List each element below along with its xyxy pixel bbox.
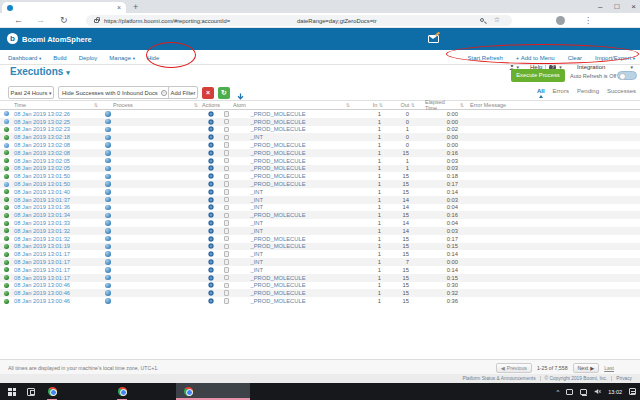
atom-link[interactable]: _PROD_MOLECULE: [251, 142, 306, 148]
process-icon[interactable]: [105, 236, 111, 242]
execution-time-link[interactable]: 08 Jan 2019 13:01:40: [14, 189, 70, 195]
atom-link[interactable]: _INT: [251, 204, 264, 210]
execution-time-link[interactable]: 08 Jan 2019 13:01:34: [14, 212, 70, 218]
column-time[interactable]: Time⇅: [12, 101, 100, 109]
window-close-button[interactable]: ×: [631, 2, 636, 11]
process-icon[interactable]: [105, 111, 111, 117]
tab-successes[interactable]: Successes: [607, 88, 636, 94]
process-icon[interactable]: [105, 119, 111, 125]
column-atom[interactable]: Atom⇅: [222, 101, 360, 109]
execution-time-link[interactable]: 08 Jan 2019 13:00:46: [14, 282, 70, 288]
column-elapsed-time[interactable]: Elapsed Time ⇅: [425, 101, 468, 109]
process-icon[interactable]: [105, 283, 111, 289]
process-icon[interactable]: [105, 259, 111, 265]
nav-item-manage[interactable]: Manage ▾: [109, 55, 135, 61]
active-window-tile[interactable]: [176, 383, 250, 400]
atom-link[interactable]: _INT: [251, 189, 264, 195]
process-icon[interactable]: [105, 220, 111, 226]
execution-row[interactable]: 08 Jan 2019 13:01:40_INT1150:14: [0, 188, 640, 196]
nav-item-dashboard[interactable]: Dashboard ▾: [8, 55, 41, 61]
nav-item-deploy[interactable]: Deploy: [79, 55, 98, 61]
actions-gear-icon[interactable]: [208, 126, 214, 132]
actions-gear-icon[interactable]: [208, 204, 214, 210]
execution-row[interactable]: 08 Jan 2019 13:01:34_PROD_MOLECULE1150:1…: [0, 211, 640, 219]
process-icon[interactable]: [105, 158, 111, 164]
process-icon[interactable]: [105, 181, 111, 187]
process-icon[interactable]: [105, 228, 111, 234]
execution-time-link[interactable]: 08 Jan 2019 13:00:46: [14, 298, 70, 304]
start-refresh-link[interactable]: Start Refresh: [467, 55, 502, 61]
action-center-icon[interactable]: [629, 388, 636, 395]
actions-gear-icon[interactable]: [208, 189, 214, 195]
sort-icon[interactable]: ⇅: [460, 102, 464, 108]
column-in[interactable]: In ⇅: [360, 101, 385, 109]
sort-icon[interactable]: ⇅: [379, 102, 383, 108]
process-icon[interactable]: [105, 213, 111, 219]
execution-row[interactable]: 08 Jan 2019 13:00:46_PROD_MOLECULE1150:3…: [0, 282, 640, 290]
execution-time-link[interactable]: 08 Jan 2019 13:00:46: [14, 290, 70, 296]
window-minimize-button[interactable]: –: [598, 2, 602, 11]
process-icon[interactable]: [105, 174, 111, 180]
tab-all[interactable]: All: [537, 88, 545, 94]
privacy-link[interactable]: Privacy: [611, 376, 636, 381]
actions-gear-icon[interactable]: [208, 173, 214, 179]
process-icon[interactable]: [105, 298, 111, 304]
process-icon[interactable]: [105, 251, 111, 257]
execution-row[interactable]: 08 Jan 2019 13:01:36_INT1140:04: [0, 204, 640, 212]
execution-row[interactable]: 08 Jan 2019 13:02:18_INT100:00: [0, 133, 640, 141]
process-icon[interactable]: [105, 275, 111, 281]
execution-time-link[interactable]: 08 Jan 2019 13:02:25: [14, 119, 70, 125]
taskbar-clock[interactable]: 13:02: [608, 389, 622, 395]
actions-gear-icon[interactable]: [208, 220, 214, 226]
process-icon[interactable]: [105, 197, 111, 203]
actions-gear-icon[interactable]: [208, 251, 214, 257]
sort-icon[interactable]: ⇅: [411, 102, 415, 108]
execution-row[interactable]: 08 Jan 2019 13:02:05_PROD_MOLECULE110:03: [0, 165, 640, 173]
messages-icon[interactable]: [428, 35, 439, 43]
execution-row[interactable]: 08 Jan 2019 13:01:37_INT1140:03: [0, 196, 640, 204]
volume-icon[interactable]: [594, 388, 601, 395]
execution-time-link[interactable]: 08 Jan 2019 13:01:19: [14, 243, 70, 249]
actions-gear-icon[interactable]: [208, 282, 214, 288]
execution-row[interactable]: 08 Jan 2019 13:01:50_PROD_MOLECULE1150:1…: [0, 172, 640, 180]
actions-gear-icon[interactable]: [208, 275, 214, 281]
atom-link[interactable]: _PROD_MOLECULE: [251, 165, 306, 171]
execution-time-link[interactable]: 08 Jan 2019 13:01:17: [14, 259, 70, 265]
process-icon[interactable]: [105, 267, 111, 273]
bookmark-star-icon[interactable]: ☆: [494, 16, 500, 24]
execution-row[interactable]: 08 Jan 2019 13:02:23_PROD_MOLECULE110:02: [0, 126, 640, 134]
auto-refresh-toggle[interactable]: [617, 71, 637, 80]
task-view-icon[interactable]: [27, 388, 35, 396]
execution-row[interactable]: 08 Jan 2019 13:02:08_PROD_MOLECULE100:00: [0, 141, 640, 149]
execution-time-link[interactable]: 08 Jan 2019 13:02:08: [14, 142, 70, 148]
atom-link[interactable]: _INT: [251, 267, 264, 273]
process-icon[interactable]: [105, 189, 111, 195]
process-icon[interactable]: [105, 150, 111, 156]
atom-link[interactable]: _PROD_MOLECULE: [251, 181, 306, 187]
add-to-menu-link[interactable]: + Add to Menu: [516, 55, 555, 61]
execution-time-link[interactable]: 08 Jan 2019 13:01:32: [14, 236, 70, 242]
atom-link[interactable]: _PROD_MOLECULE: [251, 282, 306, 288]
actions-gear-icon[interactable]: [208, 290, 214, 296]
sort-icon[interactable]: ⇅: [194, 102, 198, 108]
actions-gear-icon[interactable]: [208, 197, 214, 203]
import-export-link[interactable]: Import/Export ▾: [595, 55, 635, 61]
process-icon[interactable]: [105, 244, 111, 250]
process-icon[interactable]: [105, 135, 111, 141]
atom-link[interactable]: _PROD_MOLECULE: [251, 158, 306, 164]
atom-link[interactable]: _INT: [251, 220, 264, 226]
execution-row[interactable]: 08 Jan 2019 13:01:32_PROD_MOLECULE1150:1…: [0, 235, 640, 243]
execution-time-link[interactable]: 08 Jan 2019 13:02:05: [14, 165, 70, 171]
sort-icon[interactable]: ⇅: [346, 102, 350, 108]
chrome-icon[interactable]: [118, 387, 127, 396]
tab-close-icon[interactable]: ×: [117, 4, 121, 11]
execution-time-link[interactable]: 08 Jan 2019 13:01:33: [14, 220, 70, 226]
atom-link[interactable]: _PROD_MOLECULE: [251, 126, 306, 132]
atom-link[interactable]: _PROD_MOLECULE: [251, 111, 306, 117]
remove-filter-icon[interactable]: ×: [161, 90, 167, 96]
execution-row[interactable]: 08 Jan 2019 13:02:05_PROD_MOLECULE110:03: [0, 157, 640, 165]
execution-row[interactable]: 08 Jan 2019 13:02:25_PROD_MOLECULE100:00: [0, 118, 640, 126]
process-icon[interactable]: [105, 290, 111, 296]
execution-row[interactable]: 08 Jan 2019 13:00:46_PROD_MOLECULE1150:3…: [0, 297, 640, 305]
execution-time-link[interactable]: 08 Jan 2019 13:01:50: [14, 181, 70, 187]
